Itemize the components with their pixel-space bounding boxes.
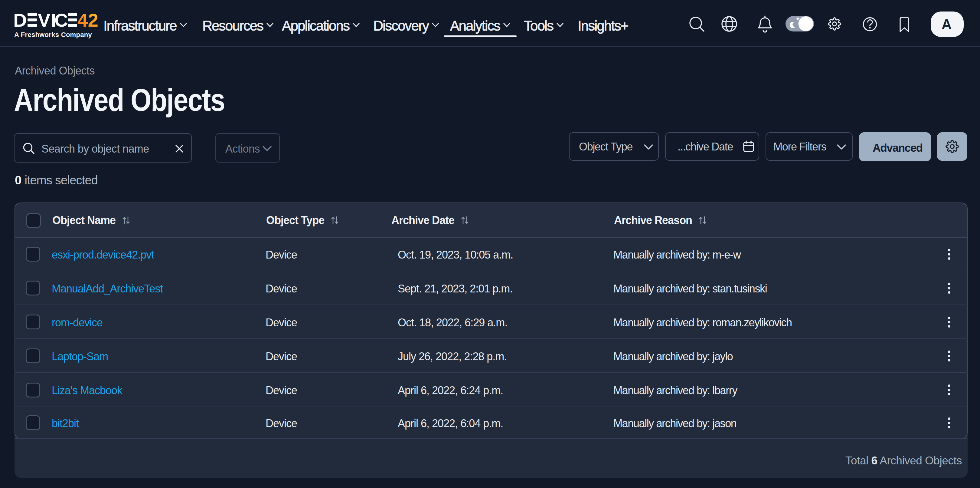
svg-text:A Freshworks Company: A Freshworks Company <box>14 31 92 38</box>
svg-text:V: V <box>38 11 50 30</box>
svg-text:A: A <box>942 16 951 32</box>
svg-text:C: C <box>54 11 68 30</box>
svg-text:D: D <box>13 11 27 30</box>
svg-text:42: 42 <box>78 11 98 30</box>
